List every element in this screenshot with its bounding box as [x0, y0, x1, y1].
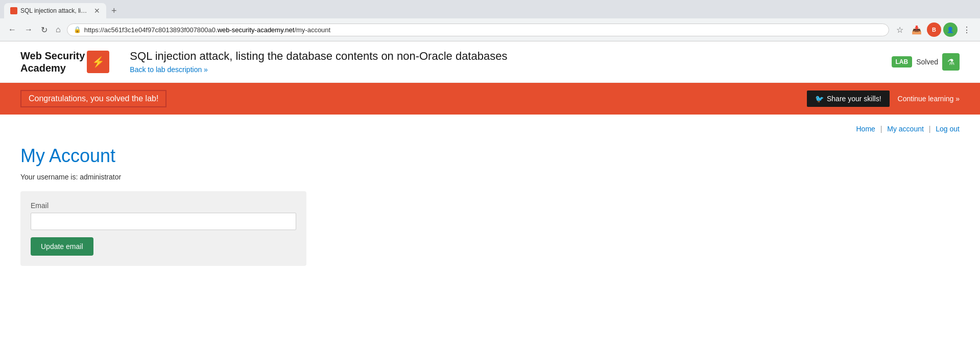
- lab-status-area: LAB Solved ⚗: [892, 53, 960, 71]
- main-content: Home | My account | Log out My Account Y…: [0, 115, 980, 276]
- tab-favicon: [10, 7, 17, 14]
- page-heading: My Account: [20, 145, 960, 167]
- email-input[interactable]: [31, 213, 296, 230]
- tab-title: SQL injection attack, listing the: [20, 7, 89, 14]
- active-tab[interactable]: SQL injection attack, listing the ✕: [4, 3, 106, 18]
- update-email-button[interactable]: Update email: [31, 237, 93, 256]
- continue-learning-link[interactable]: Continue learning »: [898, 95, 960, 103]
- site-header: Web Security Academy ⚡ SQL injection att…: [0, 41, 980, 83]
- toolbar-right: ☆ 📥 B 👤 ⋮: [893, 22, 974, 37]
- url-prefix: https://ac561f3c1e04f97c8013893f007800a0…: [84, 26, 218, 34]
- address-bar[interactable]: 🔒 https://ac561f3c1e04f97c8013893f007800…: [67, 24, 889, 36]
- new-tab-button[interactable]: +: [108, 5, 120, 17]
- lab-badge: LAB: [892, 56, 913, 67]
- lab-title: SQL injection attack, listing the databa…: [130, 50, 891, 63]
- url-path: /my-account: [294, 26, 330, 34]
- flask-button[interactable]: ⚗: [942, 53, 960, 71]
- logout-link[interactable]: Log out: [936, 125, 960, 133]
- browser-chrome: SQL injection attack, listing the ✕ + ← …: [0, 0, 980, 41]
- banner-actions: 🐦 Share your skills! Continue learning »: [807, 91, 960, 107]
- back-to-lab-link[interactable]: Back to lab description »: [130, 65, 208, 74]
- logo-text-line2: Academy: [20, 62, 85, 74]
- menu-button[interactable]: ⋮: [960, 23, 974, 37]
- pocket-button[interactable]: 📥: [909, 23, 925, 37]
- nav-links: Home | My account | Log out: [20, 125, 960, 133]
- tab-close-button[interactable]: ✕: [94, 7, 100, 15]
- separator-2: |: [929, 125, 933, 133]
- profile-avatar-1[interactable]: B: [927, 22, 941, 37]
- url-domain: web-security-academy.net: [218, 26, 295, 34]
- email-form-container: Email Update email: [20, 191, 306, 266]
- url-display: https://ac561f3c1e04f97c8013893f007800a0…: [84, 26, 882, 34]
- email-label: Email: [31, 201, 296, 210]
- reload-button[interactable]: ↻: [39, 23, 50, 37]
- logo-text-line1: Web Security: [20, 50, 85, 62]
- banner-message: Congratulations, you solved the lab!: [20, 90, 166, 107]
- share-skills-button[interactable]: 🐦 Share your skills!: [807, 91, 890, 107]
- bookmark-button[interactable]: ☆: [893, 23, 906, 37]
- solved-text: Solved: [916, 58, 938, 66]
- forward-button[interactable]: →: [22, 23, 35, 36]
- logo-icon: ⚡: [87, 51, 109, 73]
- home-link[interactable]: Home: [856, 125, 875, 133]
- home-button[interactable]: ⌂: [54, 23, 63, 36]
- twitter-icon: 🐦: [815, 95, 824, 103]
- tab-bar: SQL injection attack, listing the ✕ +: [0, 0, 980, 18]
- my-account-link[interactable]: My account: [887, 125, 924, 133]
- congratulations-banner: Congratulations, you solved the lab! 🐦 S…: [0, 83, 980, 115]
- separator-1: |: [880, 125, 885, 133]
- logo-area: Web Security Academy ⚡: [20, 50, 109, 74]
- share-label: Share your skills!: [827, 95, 881, 103]
- profile-avatar-2[interactable]: 👤: [943, 22, 958, 37]
- lock-icon: 🔒: [74, 26, 81, 33]
- back-button[interactable]: ←: [6, 23, 18, 36]
- address-bar-row: ← → ↻ ⌂ 🔒 https://ac561f3c1e04f97c801389…: [0, 18, 980, 41]
- lab-info: SQL injection attack, listing the databa…: [130, 50, 891, 74]
- page-content: Web Security Academy ⚡ SQL injection att…: [0, 41, 980, 276]
- username-text: Your username is: administrator: [20, 173, 960, 181]
